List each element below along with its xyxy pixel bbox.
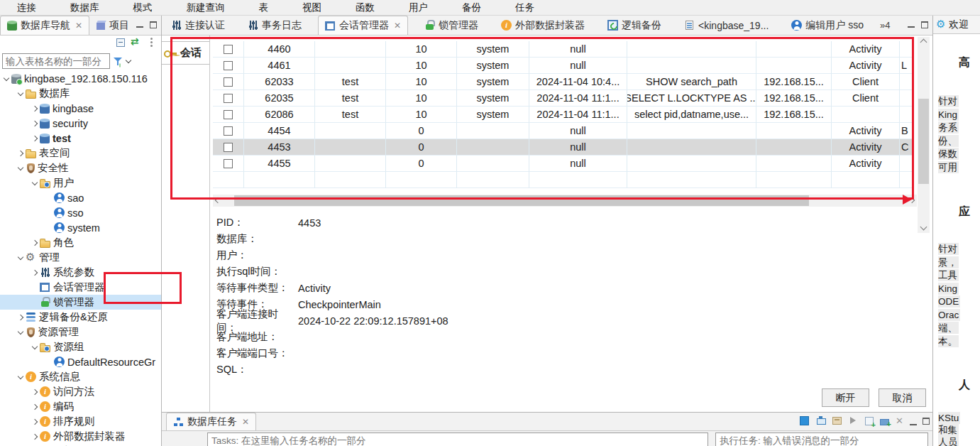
tab-database-tasks[interactable]: 数据库任务 ✕ — [166, 413, 256, 430]
new-task-icon[interactable] — [865, 417, 874, 425]
tree-item-kingbase[interactable]: kingbase — [0, 101, 161, 116]
tab-会话管理器[interactable]: 会话管理器✕ — [318, 16, 408, 35]
tree-item-test[interactable]: test — [0, 131, 161, 146]
tab-编辑用户 sso[interactable]: 编辑用户 sso — [785, 16, 870, 35]
cancel-button[interactable]: 取消 — [879, 388, 926, 407]
chevron-right-icon[interactable] — [18, 314, 23, 320]
minimize-icon[interactable] — [910, 419, 917, 425]
row-checkbox[interactable] — [224, 61, 233, 70]
row-checkbox[interactable] — [224, 45, 233, 54]
tree-item-系统参数[interactable]: 系统参数 — [0, 265, 161, 280]
row-checkbox[interactable] — [224, 143, 233, 152]
menu-item-连接[interactable]: 连接 — [0, 0, 53, 16]
tab-overflow-indicator[interactable]: »4 — [880, 16, 890, 35]
tab-锁管理器[interactable]: 锁管理器 — [418, 16, 485, 35]
tree-item-排序规则[interactable]: 排序规则 — [0, 414, 161, 429]
tree-item-资源管理[interactable]: 资源管理 — [0, 325, 161, 339]
row-checkbox[interactable] — [224, 159, 233, 168]
menu-item-表[interactable]: 表 — [242, 0, 286, 16]
row-checkbox[interactable] — [224, 110, 233, 119]
chevron-down-icon[interactable] — [18, 373, 23, 379]
row-checkbox[interactable] — [224, 126, 233, 136]
tab-外部数据封装器[interactable]: 外部数据封装器 — [495, 16, 591, 35]
chevron-down-icon[interactable] — [18, 328, 23, 334]
tree-item-用户[interactable]: 用户 — [0, 175, 161, 190]
tree-item-DefaultResourceGr[interactable]: DefaultResourceGr — [0, 354, 161, 369]
tree-item-系统信息[interactable]: 系统信息 — [0, 369, 161, 384]
vertical-scroll-thumb[interactable] — [918, 99, 929, 184]
table-filter-input[interactable] — [2, 53, 110, 69]
tab-数据库导航[interactable]: 数据库导航✕ — [0, 16, 89, 35]
minimize-icon[interactable] — [136, 21, 143, 28]
tasks-filter-input[interactable] — [207, 433, 708, 446]
chevron-down-icon[interactable] — [18, 164, 23, 170]
chevron-right-icon[interactable] — [32, 403, 38, 409]
session-row-4454[interactable]: 44540nullActivityB — [213, 123, 917, 139]
chevron-down-icon[interactable] — [18, 254, 23, 259]
chevron-right-icon[interactable] — [32, 269, 38, 275]
tree-item-角色[interactable]: 角色 — [0, 235, 161, 250]
chevron-down-icon[interactable] — [126, 58, 131, 63]
session-row-62035[interactable]: 62035test10system2024-11-04 11:1...SELEC… — [213, 90, 917, 107]
session-row-4453[interactable]: 44530nullActivityC — [213, 139, 917, 156]
horizontal-scrollbar[interactable] — [213, 195, 917, 207]
scroll-up-icon[interactable] — [920, 39, 927, 46]
link-with-editor-icon[interactable] — [131, 37, 141, 48]
archive-icon[interactable] — [832, 417, 842, 425]
close-icon[interactable]: ✕ — [75, 21, 82, 31]
chevron-down-icon[interactable] — [4, 75, 9, 80]
close-icon[interactable]: ✕ — [895, 415, 904, 426]
chevron-right-icon[interactable] — [32, 388, 38, 394]
maximize-icon[interactable] — [923, 418, 930, 425]
new-folder-icon[interactable] — [880, 419, 889, 425]
run-task-icon[interactable] — [848, 415, 859, 426]
horizontal-scroll-thumb[interactable] — [234, 195, 809, 206]
chevron-right-icon[interactable] — [18, 150, 23, 156]
print-icon[interactable] — [815, 415, 826, 426]
chevron-right-icon[interactable] — [32, 433, 38, 439]
collapse-all-icon[interactable] — [116, 38, 125, 47]
tree-item-表空间[interactable]: 表空间 — [0, 146, 161, 161]
view-menu-icon[interactable] — [146, 37, 157, 48]
chevron-right-icon[interactable] — [32, 239, 38, 245]
menu-item-视图[interactable]: 视图 — [285, 0, 338, 16]
scroll-left-icon[interactable] — [215, 197, 221, 203]
row-checkbox[interactable] — [224, 94, 233, 103]
tree-item-security[interactable]: security — [0, 116, 161, 131]
chevron-right-icon[interactable] — [32, 418, 38, 424]
tree-item-访问方法[interactable]: 访问方法 — [0, 384, 161, 399]
scroll-down-icon[interactable] — [920, 224, 927, 231]
chevron-right-icon[interactable] — [32, 105, 38, 111]
tree-item-数据库[interactable]: 数据库 — [0, 86, 161, 101]
tree-item-锁管理器[interactable]: 锁管理器 — [0, 295, 161, 310]
tree-item-kingbase_192.168.150.116[interactable]: kingbase_192.168.150.116 — [0, 71, 161, 86]
tab-<kingbase_19...[interactable]: <kingbase_19... — [678, 16, 775, 35]
tab-项目[interactable]: 项目 — [89, 16, 136, 35]
tree-item-外部数据封装器[interactable]: 外部数据封装器 — [0, 429, 161, 444]
chevron-right-icon[interactable] — [32, 135, 38, 141]
scroll-right-icon[interactable] — [909, 197, 915, 203]
tree-item-编码[interactable]: 编码 — [0, 399, 161, 414]
close-icon[interactable]: ✕ — [394, 21, 401, 31]
menu-item-用户[interactable]: 用户 — [392, 0, 445, 16]
session-row-62033[interactable]: 62033test10system2024-11-04 10:4...SHOW … — [213, 74, 917, 90]
disconnect-button[interactable]: 断开 — [822, 388, 869, 407]
tree-item-逻辑备份&还原[interactable]: 逻辑备份&还原 — [0, 310, 161, 325]
chevron-right-icon[interactable] — [32, 120, 38, 126]
menu-item-任务[interactable]: 任务 — [498, 0, 551, 16]
menu-item-模式[interactable]: 模式 — [116, 0, 170, 16]
close-icon[interactable]: ✕ — [242, 417, 249, 427]
tree-item-system[interactable]: system — [0, 220, 161, 235]
minimize-icon[interactable] — [908, 21, 915, 28]
tree-item-管理[interactable]: 管理 — [0, 250, 161, 265]
maximize-icon[interactable] — [150, 21, 157, 28]
tree-item-会话管理器[interactable]: 会话管理器 — [0, 280, 161, 295]
session-row-62086[interactable]: 62086test10system2024-11-04 11:1...selec… — [213, 107, 917, 123]
session-row-4455[interactable]: 44550nullActivity — [213, 156, 917, 172]
session-row-4461[interactable]: 446110systemnullActivityL — [213, 58, 917, 74]
tree-item-sso[interactable]: sso — [0, 205, 161, 220]
tree-item-sao[interactable]: sao — [0, 190, 161, 205]
filter-funnel-icon[interactable] — [113, 56, 123, 67]
tab-连接认证[interactable]: 连接认证 — [165, 16, 231, 35]
tree-item-安全性[interactable]: 安全性 — [0, 161, 161, 175]
